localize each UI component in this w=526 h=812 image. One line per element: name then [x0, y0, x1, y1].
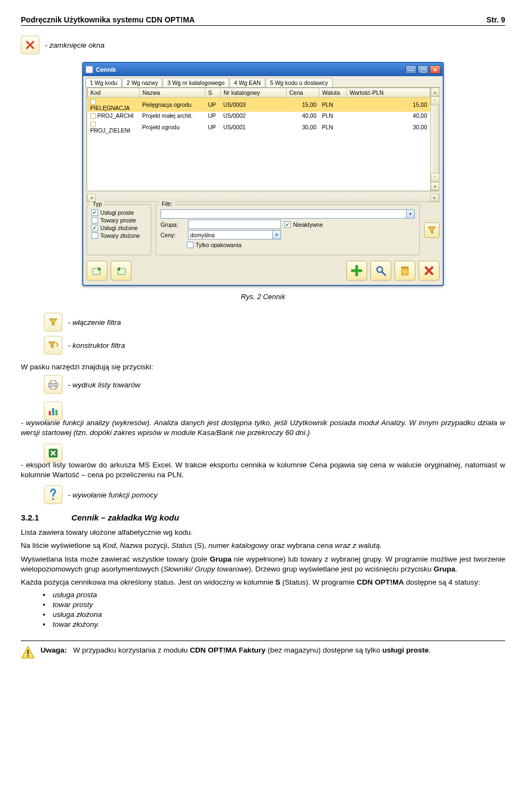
status-list: usługa prosta towar prosty usługa złożon…: [21, 591, 505, 628]
svg-rect-5: [50, 381, 56, 384]
table-row[interactable]: PROJ_ZIELENIProjekt ogroduUPUS/000130,00…: [88, 119, 430, 134]
ceny-input[interactable]: [188, 230, 272, 239]
tab-wg-ean[interactable]: 4 Wg EAN: [230, 78, 265, 87]
v-scrollbar[interactable]: ▴ ˄ ˅ ▾: [430, 88, 439, 191]
cennik-table: Kod Nazwa S Nr katalogowy Cena Waluta Wa…: [87, 88, 430, 134]
typ-option[interactable]: Towary złożone: [92, 232, 146, 239]
import-button[interactable]: [111, 261, 132, 281]
warning-icon: [21, 645, 35, 660]
help-icon: [44, 485, 62, 504]
svg-point-11: [52, 498, 54, 500]
header-left: Podręcznik Użytkownika systemu CDN OPT!M…: [21, 15, 195, 24]
close-icon: [21, 36, 39, 54]
p3: Wyświetlana lista może zawierać wszystki…: [21, 554, 505, 574]
funnel-icon: [44, 313, 62, 331]
list-item: towar złożony.: [53, 620, 505, 628]
analysis-text: - wywołanie funkcji analizy (wykresów). …: [21, 418, 505, 438]
minimize-button[interactable]: —: [405, 65, 416, 74]
delete-button[interactable]: [395, 261, 415, 281]
col-waluta[interactable]: Waluta: [319, 88, 347, 98]
funnel-button[interactable]: [424, 222, 439, 238]
table-row[interactable]: PIELĘGNACJAPielęgnacja ogroduUPUS/000315…: [88, 98, 430, 112]
window-title: Cennik: [96, 66, 404, 73]
titlebar: Cennik — ▢ ✕: [83, 63, 443, 76]
typ-option[interactable]: Usługi proste: [92, 209, 146, 216]
figure-caption: Rys. 2 Cennik: [21, 293, 505, 301]
edit-button[interactable]: [370, 261, 391, 281]
tab-wg-dostawcy[interactable]: 5 Wg kodu u dostawcy: [266, 78, 333, 87]
chart-icon: [44, 402, 62, 420]
grid-pane: Kod Nazwa S Nr katalogowy Cena Waluta Wa…: [87, 87, 439, 191]
tylko-opak-check[interactable]: Tylko opakowania: [187, 242, 241, 248]
col-wart[interactable]: Wartość-PLN: [347, 88, 430, 98]
excel-text: - eksport listy towarów do arkusza MS Ex…: [21, 460, 505, 480]
grupa-input[interactable]: [188, 220, 281, 229]
close-label: - zamknięcie okna: [45, 41, 105, 49]
col-s[interactable]: S: [205, 88, 221, 98]
col-cena[interactable]: Cena: [287, 88, 319, 98]
window-icon: [85, 66, 93, 73]
section-heading: 3.2.1 Cennik – zakładka Wg kodu: [21, 513, 505, 522]
ceny-combo[interactable]: ▾: [188, 230, 281, 239]
toolbar-intro: W pasku narzędzi znajdują się przyciski:: [21, 362, 505, 372]
table-row[interactable]: PROJ_ARCHIProjekt małej archit.UPUS/0002…: [88, 112, 430, 119]
filter-ctor-label: - konstruktor filtra: [68, 341, 125, 350]
close-list-button[interactable]: [419, 261, 439, 281]
filtr-legend: Filtr:: [159, 201, 175, 207]
typ-option[interactable]: Usługi złożone: [92, 225, 146, 231]
excel-icon: [44, 444, 62, 462]
list-item: usługa prosta: [53, 591, 505, 599]
h-scrollbar[interactable]: ◂ ▸: [87, 193, 439, 202]
scroll-up-icon[interactable]: ˄: [431, 96, 439, 105]
ceny-label: Ceny:: [161, 232, 185, 238]
col-nazwa[interactable]: Nazwa: [140, 88, 205, 98]
svg-rect-6: [50, 386, 56, 389]
svg-rect-7: [49, 411, 51, 415]
col-kod[interactable]: Kod: [88, 88, 140, 98]
page-header: Podręcznik Użytkownika systemu CDN OPT!M…: [21, 15, 505, 26]
scroll-bottom-icon[interactable]: ▾: [431, 182, 439, 191]
footer-note: Uwaga: W przypadku korzystania z modułu …: [21, 641, 505, 660]
bottom-toolbar: [83, 259, 443, 285]
filter-on-label: - włączenie filtra: [68, 318, 121, 327]
scroll-right-icon[interactable]: ▸: [430, 194, 439, 202]
export-button[interactable]: [87, 261, 107, 281]
tab-wg-kodu[interactable]: 1 Wg kodu: [85, 78, 122, 87]
scroll-down-icon[interactable]: ˅: [431, 173, 439, 182]
p4: Każda pozycja cennikowa ma określony sta…: [21, 577, 505, 587]
svg-point-13: [27, 655, 28, 657]
svg-rect-8: [52, 408, 54, 415]
tab-wg-nazwy[interactable]: 2 Wg nazwy: [122, 78, 162, 87]
typ-option[interactable]: Towary proste: [92, 217, 146, 224]
svg-rect-9: [55, 410, 58, 415]
svg-rect-12: [27, 650, 29, 654]
list-item: towar prosty: [53, 601, 505, 609]
close-button[interactable]: ✕: [430, 65, 441, 74]
filtr-combo[interactable]: ▾: [161, 209, 415, 219]
print-label: - wydruk listy towarów: [68, 381, 140, 389]
help-label: - wywołanie funkcji pomocy: [68, 491, 158, 499]
cennik-window: Cennik — ▢ ✕ 1 Wg kodu 2 Wg nazwy 3 Wg n…: [82, 62, 444, 286]
filtr-group: Filtr: ▾ Grupa: Nieaktywne Ceny:: [156, 204, 420, 255]
typ-group: Typ Usługi prosteTowary prosteUsługi zło…: [87, 204, 151, 255]
scroll-top-icon[interactable]: ▴: [431, 88, 439, 96]
header-right: Str. 9: [487, 15, 505, 24]
maximize-button[interactable]: ▢: [418, 65, 428, 74]
nieaktywne-check[interactable]: Nieaktywne: [284, 221, 323, 228]
svg-rect-3: [402, 268, 408, 275]
chevron-down-icon[interactable]: ▾: [406, 209, 415, 219]
p1: Lista zawiera towary ułożone alfabetyczn…: [21, 528, 505, 537]
filtr-input[interactable]: [161, 209, 406, 219]
chevron-down-icon[interactable]: ▾: [272, 230, 281, 239]
p2: Na liście wyświetlone są Kod, Nazwa pozy…: [21, 541, 505, 551]
printer-icon: [44, 375, 62, 394]
col-nr[interactable]: Nr katalogowy: [221, 88, 287, 98]
grupa-label: Grupa:: [161, 221, 185, 228]
tab-wg-nr[interactable]: 3 Wg nr katalogowego: [163, 78, 228, 87]
typ-legend: Typ: [90, 201, 104, 207]
list-item: usługa złożona: [53, 610, 505, 619]
funnel-ctor-icon: [44, 336, 62, 354]
add-button[interactable]: [346, 261, 367, 281]
tabs: 1 Wg kodu 2 Wg nazwy 3 Wg nr katalogoweg…: [83, 76, 443, 87]
